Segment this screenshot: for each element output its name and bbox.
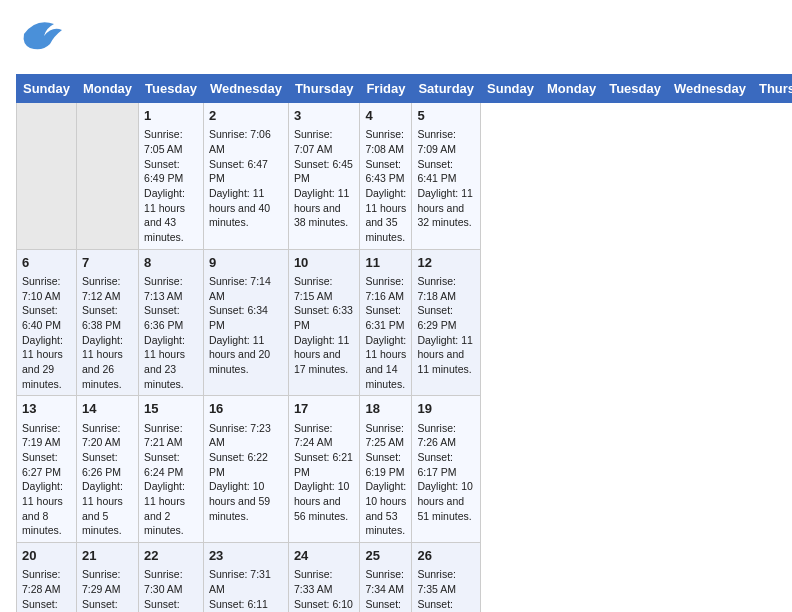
calendar-cell: 23Sunrise: 7:31 AMSunset: 6:11 PMDayligh… xyxy=(203,543,288,612)
calendar-cell: 7Sunrise: 7:12 AMSunset: 6:38 PMDaylight… xyxy=(76,249,138,396)
sunset-text: Sunset: 6:19 PM xyxy=(365,450,406,479)
daylight-text: Daylight: 11 hours and 14 minutes. xyxy=(365,333,406,392)
daylight-text: Daylight: 11 hours and 8 minutes. xyxy=(22,479,71,538)
cell-content: 16Sunrise: 7:23 AMSunset: 6:22 PMDayligh… xyxy=(209,400,283,523)
day-number: 6 xyxy=(22,254,71,272)
day-number: 7 xyxy=(82,254,133,272)
calendar-week-1: 1Sunrise: 7:05 AMSunset: 6:49 PMDaylight… xyxy=(17,103,793,250)
day-number: 14 xyxy=(82,400,133,418)
sunrise-text: Sunrise: 7:25 AM xyxy=(365,421,406,450)
cell-content: 3Sunrise: 7:07 AMSunset: 6:45 PMDaylight… xyxy=(294,107,355,230)
day-number: 16 xyxy=(209,400,283,418)
sunset-text: Sunset: 6:36 PM xyxy=(144,303,198,332)
sunrise-text: Sunrise: 7:26 AM xyxy=(417,421,475,450)
cell-content: 1Sunrise: 7:05 AMSunset: 6:49 PMDaylight… xyxy=(144,107,198,245)
cell-content: 14Sunrise: 7:20 AMSunset: 6:26 PMDayligh… xyxy=(82,400,133,538)
day-number: 21 xyxy=(82,547,133,565)
header-day-thursday: Thursday xyxy=(752,75,792,103)
calendar-week-3: 13Sunrise: 7:19 AMSunset: 6:27 PMDayligh… xyxy=(17,396,793,543)
sunrise-text: Sunrise: 7:31 AM xyxy=(209,567,283,596)
day-number: 18 xyxy=(365,400,406,418)
daylight-text: Daylight: 11 hours and 43 minutes. xyxy=(144,186,198,245)
calendar-week-2: 6Sunrise: 7:10 AMSunset: 6:40 PMDaylight… xyxy=(17,249,793,396)
sunrise-text: Sunrise: 7:33 AM xyxy=(294,567,355,596)
sunrise-text: Sunrise: 7:13 AM xyxy=(144,274,198,303)
day-number: 22 xyxy=(144,547,198,565)
header-tuesday: Tuesday xyxy=(139,75,204,103)
sunrise-text: Sunrise: 7:06 AM xyxy=(209,127,283,156)
calendar-cell: 4Sunrise: 7:08 AMSunset: 6:43 PMDaylight… xyxy=(360,103,412,250)
day-number: 4 xyxy=(365,107,406,125)
day-number: 24 xyxy=(294,547,355,565)
day-number: 1 xyxy=(144,107,198,125)
calendar-cell: 25Sunrise: 7:34 AMSunset: 6:08 PMDayligh… xyxy=(360,543,412,612)
cell-content: 7Sunrise: 7:12 AMSunset: 6:38 PMDaylight… xyxy=(82,254,133,392)
calendar-cell: 21Sunrise: 7:29 AMSunset: 6:14 PMDayligh… xyxy=(76,543,138,612)
header-thursday: Thursday xyxy=(288,75,360,103)
day-number: 15 xyxy=(144,400,198,418)
sunset-text: Sunset: 6:26 PM xyxy=(82,450,133,479)
sunrise-text: Sunrise: 7:35 AM xyxy=(417,567,475,596)
sunset-text: Sunset: 6:16 PM xyxy=(22,597,71,612)
calendar-cell: 20Sunrise: 7:28 AMSunset: 6:16 PMDayligh… xyxy=(17,543,77,612)
cell-content: 19Sunrise: 7:26 AMSunset: 6:17 PMDayligh… xyxy=(417,400,475,523)
day-number: 26 xyxy=(417,547,475,565)
day-number: 2 xyxy=(209,107,283,125)
sunset-text: Sunset: 6:27 PM xyxy=(22,450,71,479)
cell-content: 10Sunrise: 7:15 AMSunset: 6:33 PMDayligh… xyxy=(294,254,355,377)
cell-content: 11Sunrise: 7:16 AMSunset: 6:31 PMDayligh… xyxy=(365,254,406,392)
sunset-text: Sunset: 6:43 PM xyxy=(365,157,406,186)
page-header xyxy=(16,16,776,62)
daylight-text: Daylight: 11 hours and 11 minutes. xyxy=(417,333,475,377)
day-number: 8 xyxy=(144,254,198,272)
sunset-text: Sunset: 6:47 PM xyxy=(209,157,283,186)
sunrise-text: Sunrise: 7:15 AM xyxy=(294,274,355,303)
calendar-cell: 22Sunrise: 7:30 AMSunset: 6:13 PMDayligh… xyxy=(139,543,204,612)
cell-content: 8Sunrise: 7:13 AMSunset: 6:36 PMDaylight… xyxy=(144,254,198,392)
sunrise-text: Sunrise: 7:05 AM xyxy=(144,127,198,156)
header-monday: Monday xyxy=(76,75,138,103)
day-number: 20 xyxy=(22,547,71,565)
sunrise-text: Sunrise: 7:08 AM xyxy=(365,127,406,156)
calendar-cell: 5Sunrise: 7:09 AMSunset: 6:41 PMDaylight… xyxy=(412,103,481,250)
header-day-wednesday: Wednesday xyxy=(667,75,752,103)
sunset-text: Sunset: 6:34 PM xyxy=(209,303,283,332)
cell-content: 21Sunrise: 7:29 AMSunset: 6:14 PMDayligh… xyxy=(82,547,133,612)
sunrise-text: Sunrise: 7:10 AM xyxy=(22,274,71,303)
cell-content: 23Sunrise: 7:31 AMSunset: 6:11 PMDayligh… xyxy=(209,547,283,612)
daylight-text: Daylight: 11 hours and 38 minutes. xyxy=(294,186,355,230)
daylight-text: Daylight: 11 hours and 2 minutes. xyxy=(144,479,198,538)
cell-content: 20Sunrise: 7:28 AMSunset: 6:16 PMDayligh… xyxy=(22,547,71,612)
day-number: 10 xyxy=(294,254,355,272)
day-number: 17 xyxy=(294,400,355,418)
calendar-cell: 19Sunrise: 7:26 AMSunset: 6:17 PMDayligh… xyxy=(412,396,481,543)
sunrise-text: Sunrise: 7:09 AM xyxy=(417,127,475,156)
sunset-text: Sunset: 6:14 PM xyxy=(82,597,133,612)
sunrise-text: Sunrise: 7:24 AM xyxy=(294,421,355,450)
cell-content: 12Sunrise: 7:18 AMSunset: 6:29 PMDayligh… xyxy=(417,254,475,377)
calendar-week-4: 20Sunrise: 7:28 AMSunset: 6:16 PMDayligh… xyxy=(17,543,793,612)
calendar-header-row: SundayMondayTuesdayWednesdayThursdayFrid… xyxy=(17,75,793,103)
day-number: 3 xyxy=(294,107,355,125)
daylight-text: Daylight: 11 hours and 5 minutes. xyxy=(82,479,133,538)
sunrise-text: Sunrise: 7:29 AM xyxy=(82,567,133,596)
cell-content: 2Sunrise: 7:06 AMSunset: 6:47 PMDaylight… xyxy=(209,107,283,230)
daylight-text: Daylight: 11 hours and 23 minutes. xyxy=(144,333,198,392)
calendar-cell: 15Sunrise: 7:21 AMSunset: 6:24 PMDayligh… xyxy=(139,396,204,543)
sunset-text: Sunset: 6:33 PM xyxy=(294,303,355,332)
cell-content: 5Sunrise: 7:09 AMSunset: 6:41 PMDaylight… xyxy=(417,107,475,230)
calendar-cell: 18Sunrise: 7:25 AMSunset: 6:19 PMDayligh… xyxy=(360,396,412,543)
daylight-text: Daylight: 11 hours and 17 minutes. xyxy=(294,333,355,377)
cell-content: 22Sunrise: 7:30 AMSunset: 6:13 PMDayligh… xyxy=(144,547,198,612)
header-friday: Friday xyxy=(360,75,412,103)
calendar-cell: 14Sunrise: 7:20 AMSunset: 6:26 PMDayligh… xyxy=(76,396,138,543)
calendar-cell: 3Sunrise: 7:07 AMSunset: 6:45 PMDaylight… xyxy=(288,103,360,250)
sunrise-text: Sunrise: 7:07 AM xyxy=(294,127,355,156)
day-number: 9 xyxy=(209,254,283,272)
sunset-text: Sunset: 6:08 PM xyxy=(365,597,406,612)
sunrise-text: Sunrise: 7:12 AM xyxy=(82,274,133,303)
sunset-text: Sunset: 6:13 PM xyxy=(144,597,198,612)
sunrise-text: Sunrise: 7:19 AM xyxy=(22,421,71,450)
sunrise-text: Sunrise: 7:28 AM xyxy=(22,567,71,596)
day-number: 23 xyxy=(209,547,283,565)
